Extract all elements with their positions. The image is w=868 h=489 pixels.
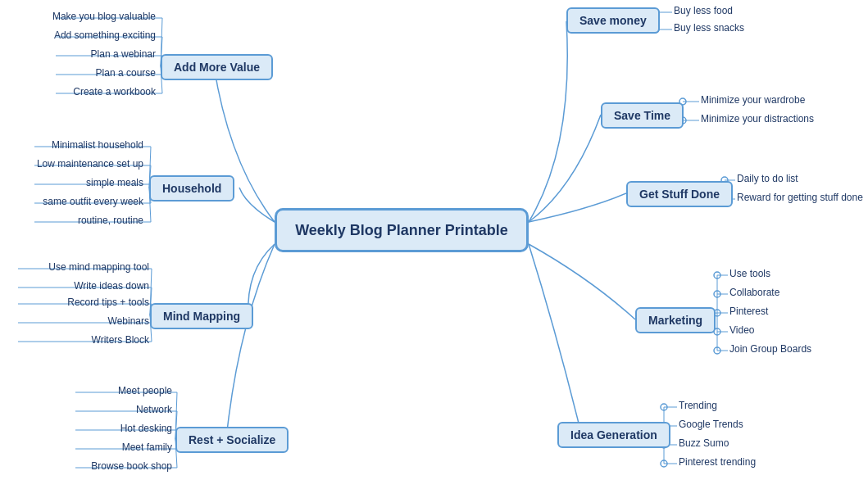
leaf-plan-webinar: Plan a webinar — [0, 48, 156, 60]
leaf-create-workbook: Create a workbook — [0, 86, 156, 97]
leaf-record-tips: Record tips + tools — [0, 297, 149, 308]
leaf-plan-course: Plan a course — [0, 67, 156, 79]
leaf-hot-desking: Hot desking — [2, 423, 172, 434]
leaf-add-exciting: Add something exciting — [0, 29, 156, 41]
leaf-collaborate: Collaborate — [729, 287, 779, 298]
leaf-google-trends: Google Trends — [679, 419, 743, 430]
leaf-use-tools: Use tools — [729, 268, 770, 279]
add-more-value-node: Add More Value — [161, 54, 273, 80]
leaf-writers-block: Writers Block — [0, 334, 149, 346]
leaf-routine: routine, routine — [0, 215, 143, 226]
leaf-join-group-boards: Join Group Boards — [729, 343, 811, 355]
leaf-meet-family: Meet family — [2, 441, 172, 453]
leaf-daily-todo: Daily to do list — [737, 173, 798, 184]
center-node: Weekly Blog Planner Printable — [275, 208, 529, 252]
leaf-minimize-distractions: Minimize your distractions — [701, 113, 814, 125]
leaf-same-outfit: same outfit every week — [0, 196, 143, 207]
save-time-node: Save Time — [601, 102, 684, 129]
leaf-browse-book-shop: Browse book shop — [2, 460, 172, 472]
leaf-minimize-wardrobe: Minimize your wardrobe — [701, 94, 805, 106]
leaf-network: Network — [2, 404, 172, 415]
leaf-video: Video — [729, 324, 754, 336]
idea-generation-node: Idea Generation — [557, 422, 670, 448]
leaf-make-blog-valuable: Make you blog valuable — [0, 11, 156, 22]
leaf-buy-less-snacks: Buy less snacks — [674, 22, 744, 34]
leaf-low-maintenance: Low maintenance set up — [0, 158, 143, 170]
leaf-webinars: Webinars — [0, 315, 149, 327]
mind-mapping-node: Mind Mapping — [150, 303, 253, 329]
leaf-trending: Trending — [679, 400, 717, 411]
leaf-minimalist-household: Minimalist household — [0, 139, 143, 151]
leaf-reward: Reward for getting stuff done — [737, 192, 863, 203]
get-stuff-done-node: Get Stuff Done — [626, 181, 733, 207]
rest-socialize-node: Rest + Socialize — [175, 427, 289, 453]
leaf-meet-people: Meet people — [2, 385, 172, 396]
leaf-buy-less-food: Buy less food — [674, 5, 733, 16]
save-money-node: Save money — [566, 7, 660, 34]
leaf-simple-meals: simple meals — [0, 177, 143, 188]
leaf-pinterest-trending: Pinterest trending — [679, 456, 756, 468]
marketing-node: Marketing — [635, 307, 716, 333]
leaf-buzz-sumo: Buzz Sumo — [679, 437, 729, 449]
household-node: Household — [149, 175, 234, 201]
leaf-use-mind-mapping: Use mind mapping tool — [0, 261, 149, 273]
leaf-pinterest: Pinterest — [729, 306, 768, 317]
leaf-write-ideas-down: Write ideas down — [0, 280, 149, 292]
